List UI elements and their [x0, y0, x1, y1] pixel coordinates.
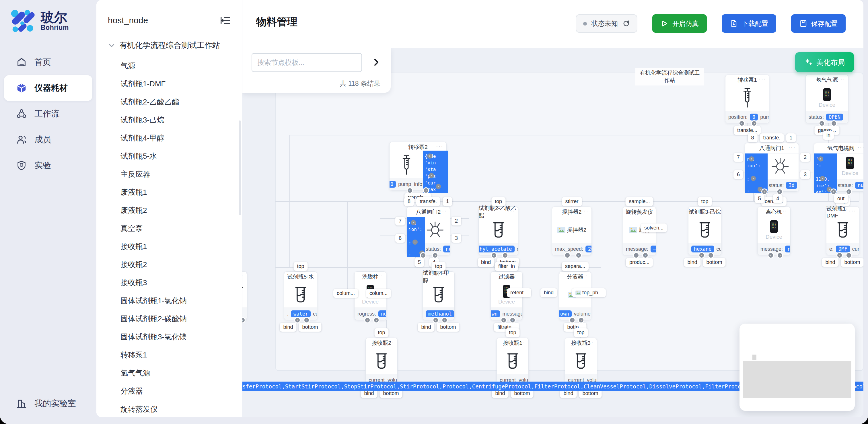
port-pill[interactable]: 8 [747, 133, 757, 142]
port-dot[interactable]: › [502, 252, 508, 259]
node-menu-icon[interactable]: ··· [759, 75, 766, 82]
node-menu-icon[interactable]: ··· [508, 207, 515, 214]
port-dot[interactable]: ‹ [836, 252, 843, 259]
node-reagent-5[interactable]: 试剂瓶5-水···:watercurrent_v‹›topbindbottom [284, 271, 317, 320]
port-dot[interactable]: ‹ [819, 120, 825, 126]
port-dot[interactable]: ‹ [768, 252, 774, 259]
port-dot[interactable]: › [411, 220, 416, 225]
node-centrifuge[interactable]: 离心机···Devicemessage:nullma‹›centrif... [757, 207, 790, 255]
tag-pill[interactable]: bind [684, 258, 701, 267]
node-valve-2[interactable]: 八通阀门2···status:nu‹›r', ion': : ' ›››8tra… [406, 207, 450, 255]
port-dot[interactable]: ‹ [633, 252, 640, 259]
port-dot[interactable]: ‹ [699, 252, 705, 259]
node-receiver-1[interactable]: 接收瓶1···current_volume:0‹›topbindbottom [497, 338, 529, 386]
port-pill[interactable]: 6 [734, 170, 743, 179]
port-pill[interactable]: transfe. [760, 133, 784, 142]
port-dot[interactable]: › [818, 156, 823, 161]
node-solenoid-h2[interactable]: 氢气电磁阀···Devicestatus:nul‹›': ': 12.0, im… [814, 143, 863, 192]
tag-pill[interactable]: bottom [437, 323, 460, 332]
node-transfer-pump-1[interactable]: 转移泵1···position:0pump‹›transfe... [725, 74, 769, 123]
port-dot[interactable]: ‹ [420, 252, 426, 259]
port-pill[interactable]: top [574, 328, 588, 337]
tree-item[interactable]: 分液器 [96, 382, 242, 400]
port-pill[interactable]: stirrer [562, 197, 582, 206]
node-menu-icon[interactable]: ··· [436, 143, 443, 149]
node-menu-icon[interactable]: ··· [439, 207, 447, 214]
port-pill[interactable]: top [293, 262, 308, 271]
port-dot[interactable]: › [578, 317, 584, 323]
port-dot[interactable]: › [423, 187, 429, 194]
sidebar-item-my-lab[interactable]: 我的实验室 [0, 391, 96, 417]
tree-item[interactable]: 接收瓶3 [96, 274, 242, 292]
port-pill[interactable]: in [823, 131, 834, 140]
port-dot[interactable]: › [846, 188, 852, 195]
sidebar-item-workflow[interactable]: 工作流 [0, 101, 96, 127]
tag-pill[interactable]: bottom [841, 258, 864, 267]
port-dot[interactable]: › [749, 156, 754, 161]
port-pill[interactable]: 2 [800, 153, 810, 162]
tree-scrollbar[interactable] [239, 120, 241, 215]
port-pill[interactable]: top [431, 262, 445, 271]
port-pill[interactable]: 1 [443, 197, 452, 206]
sidebar-item-cube[interactable]: 仪器耗材 [4, 75, 92, 101]
tag-pill[interactable]: bind [477, 258, 494, 267]
port-pill[interactable]: colum... [366, 289, 391, 298]
tag-pill[interactable]: bind [280, 323, 296, 332]
tree-item[interactable]: 试剂瓶1-DMF [96, 75, 242, 93]
port-pill[interactable]: 3 [452, 234, 461, 243]
node-valve-1[interactable]: 八通阀门1···status:Id‹›r', ion': : ' ›››8tra… [745, 143, 799, 192]
port-dot[interactable]: ‹ [569, 317, 576, 323]
tree-item[interactable]: 转移泵1 [96, 346, 242, 364]
node-gas-h2[interactable]: 氢气气源···Devicestatus:OPEN‹›gasso... [805, 74, 848, 123]
port-dot[interactable]: › [432, 252, 438, 259]
port-pill[interactable]: top_ph... [572, 288, 606, 297]
port-pill[interactable]: 5 [755, 194, 765, 203]
port-pill[interactable]: transfe. [416, 197, 440, 206]
port-pill[interactable]: sample... [625, 197, 653, 206]
tree-item[interactable]: 真空泵 [96, 219, 242, 238]
tree-item[interactable]: 试剂瓶3-己烷 [96, 111, 242, 129]
port-pill[interactable]: 4 [773, 194, 782, 203]
status-badge[interactable]: 状态未知 [576, 14, 638, 33]
node-menu-icon[interactable]: ··· [581, 272, 588, 279]
flow-canvas[interactable]: 有机化学流程综合测试工作站 sferProtocol,StartStirProt… [242, 48, 863, 417]
port-pill[interactable]: 1 [786, 133, 796, 142]
port-dot[interactable]: › [429, 173, 434, 178]
node-menu-icon[interactable]: ··· [711, 207, 718, 214]
minimap-card[interactable] [740, 324, 855, 411]
port-dot[interactable]: › [776, 188, 783, 195]
port-dot[interactable]: ‹ [433, 317, 439, 323]
port-pill[interactable]: 7 [395, 217, 405, 225]
node-filter[interactable]: 过滤器···Devicewnmessage:–ma‹›filter_infilt… [491, 271, 523, 320]
node-menu-icon[interactable]: ··· [780, 207, 787, 214]
tree-item[interactable]: 试剂瓶2-乙酸乙酯 [96, 93, 242, 111]
port-pill[interactable]: 6 [395, 234, 405, 243]
node-receiver-2[interactable]: 接收瓶2···current_volume:0‹›topbindbottom [366, 338, 398, 386]
port-pill[interactable]: retent... [507, 288, 531, 297]
node-menu-icon[interactable]: ··· [387, 338, 395, 345]
port-dot[interactable]: ‹ [564, 252, 570, 259]
node-menu-icon[interactable]: ··· [788, 144, 796, 150]
node-reagent-2[interactable]: 试剂瓶2-乙酸乙酯···hyl_acetatecurre‹›topbindbot… [478, 207, 518, 255]
tag-pill[interactable]: out [834, 194, 848, 203]
node-receiver-3[interactable]: 接收瓶3···current_volume:0‹›topbindbottom [565, 338, 597, 386]
sidebar-item-home[interactable]: 首页 [0, 49, 96, 75]
port-dot[interactable]: › [509, 317, 516, 323]
tree-item[interactable]: 接收瓶1 [96, 238, 242, 255]
node-transfer-pump-2[interactable]: 转移泵2···0pump_info:‹›{'de 'vin 'sta 'pos … [389, 142, 446, 190]
port-pill[interactable]: bind [540, 288, 557, 297]
node-menu-icon[interactable]: ··· [444, 272, 452, 279]
beautify-layout-button[interactable]: 美化布局 [795, 52, 854, 72]
tree-item[interactable]: 氢气气源 [96, 364, 242, 382]
port-pill[interactable]: 5 [414, 258, 424, 267]
port-dot[interactable]: › [576, 252, 582, 259]
node-menu-icon[interactable]: ··· [838, 75, 845, 82]
port-pill[interactable]: 3 [800, 170, 810, 179]
search-input[interactable] [252, 53, 362, 72]
tag-pill[interactable]: bind [417, 323, 434, 332]
port-dot[interactable]: ‹ [500, 317, 507, 323]
node-menu-icon[interactable]: ··· [581, 207, 589, 214]
port-dot[interactable]: ‹ [294, 317, 301, 323]
port-pill[interactable]: separa... [562, 262, 589, 271]
tree-item[interactable]: 旋转蒸发仪 [96, 400, 242, 417]
